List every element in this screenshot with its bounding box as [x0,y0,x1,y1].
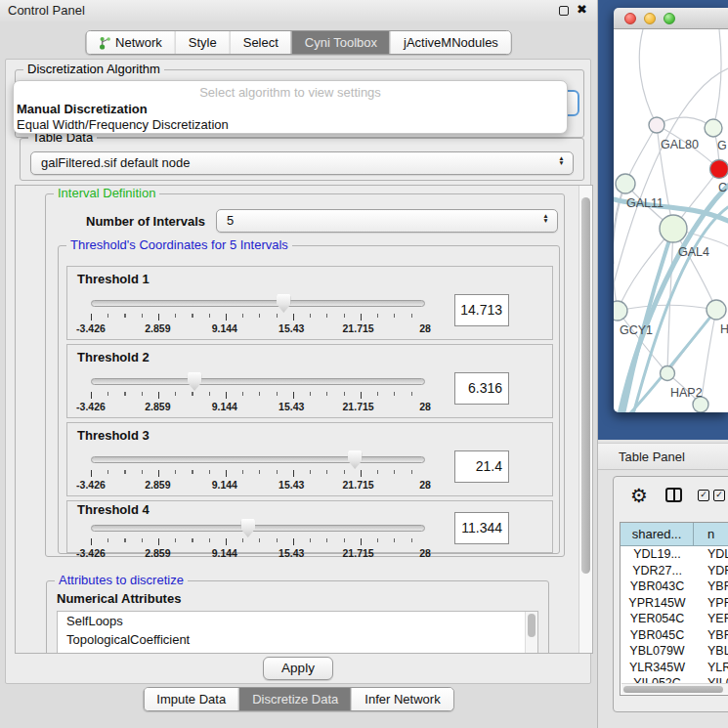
number-of-intervals-label: Number of Intervals [86,214,205,229]
node-g[interactable] [705,119,722,137]
tab-style-label: Style [189,35,217,50]
list-item-selfloops[interactable]: SelfLoops [58,612,537,630]
table-data-combobox[interactable]: galFiltered.sif default node ▲▼ [30,151,574,175]
zoom-traffic-light-icon[interactable] [664,13,675,24]
threshold-2-value-field[interactable]: 6.316 [454,372,509,405]
attributes-title: Attributes to discretize [55,573,188,587]
table-row[interactable]: YER054C YER0 [621,611,728,627]
tick-label: 21.715 [343,547,374,559]
table-row[interactable]: YDR27... YDR2 [621,563,728,579]
slider-thumb[interactable] [277,294,291,313]
numerical-attributes-label: Numerical Attributes [57,591,181,606]
settings-scrollbar[interactable] [578,186,592,653]
tab-infer-network[interactable]: Infer Network [351,688,452,710]
table-row[interactable]: YLR345W YLR3 [621,660,728,676]
algorithm-hint-option[interactable]: Select algorithm to view settings [14,85,567,102]
node-gal4[interactable] [660,215,687,242]
column-split-icon[interactable] [665,488,682,502]
tab-jactivemnodules[interactable]: jActiveMNodules [390,31,511,54]
minimize-traffic-light-icon[interactable] [644,13,656,24]
tick-label: 9.144 [212,479,237,491]
list-item-topologicalcoefficient[interactable]: TopologicalCoefficient [58,630,537,649]
node-gal11[interactable] [616,174,635,193]
apply-button[interactable]: Apply [263,657,333,680]
threshold-1-value-field[interactable]: 14.713 [454,294,509,326]
checkbox-icon[interactable]: ✓ [698,490,709,501]
node-red[interactable] [710,160,728,179]
cell: YDL19... [621,546,694,563]
discretization-algorithm-title: Discretization Algorithm [23,62,164,76]
table-header-row: shared... n [621,523,728,546]
close-icon[interactable]: ✖ [577,2,587,17]
slider-track[interactable] [91,300,425,307]
algorithm-dropdown-popup: Select algorithm to view settings Manual… [13,80,568,134]
network-view-window: GAL80 G C GAL11 GAL4 GCY1 H HAP2 [614,8,728,412]
tab-select-label: Select [243,35,278,50]
close-traffic-light-icon[interactable] [624,13,636,24]
tick-label: 21.715 [343,322,374,334]
threshold-4-value-field[interactable]: 11.344 [454,512,509,544]
attributes-group: Attributes to discretize Numerical Attri… [46,580,549,654]
tab-discretize-data[interactable]: Discretize Data [238,688,351,710]
attributes-scrollbar[interactable] [525,612,537,654]
node-gal80[interactable] [649,117,664,133]
table-row[interactable]: YPR145W YPR1 [621,595,728,612]
table-row[interactable]: YDL19... YDL1 [621,546,728,563]
tick-label: 2.859 [145,547,170,559]
threshold-3-slider[interactable]: -3.426 2.859 9.144 15.43 21.715 28 [91,454,425,492]
tab-network[interactable]: Network [86,31,175,54]
slider-thumb[interactable] [188,372,202,391]
float-window-icon[interactable] [559,6,569,16]
threshold-4-slider[interactable]: -3.426 2.859 9.144 15.43 21.715 28 [91,523,425,560]
cell: YDR2 [694,563,728,579]
node-gcy1[interactable] [614,301,627,321]
number-of-intervals-value: 5 [227,213,234,228]
slider-major-ticks [91,470,428,477]
threshold-3-value-field[interactable]: 21.4 [454,450,509,483]
option-equal-width-frequency[interactable]: Equal Width/Frequency Discretization [14,117,567,133]
threshold-4-label: Threshold 4 [77,502,150,517]
slider-thumb[interactable] [348,450,363,469]
cell: YPR1 [694,595,728,612]
threshold-1-label: Threshold 1 [77,272,150,286]
option-manual-discretization[interactable]: Manual Discretization [14,102,567,117]
node-label-g: G [717,139,727,152]
tick-label: 21.715 [343,401,374,412]
cell: YLR345W [621,660,694,676]
slider-track[interactable] [91,378,425,385]
table-horizontal-scrollbar[interactable] [621,683,728,694]
network-canvas[interactable]: GAL80 G C GAL11 GAL4 GCY1 H HAP2 [614,29,728,412]
node-hap2[interactable] [661,366,675,381]
column-header-name[interactable]: n [694,523,728,545]
combo-stepper-icon: ▲▼ [541,213,550,223]
gear-icon[interactable]: ⚙ [630,484,648,507]
tab-impute-data[interactable]: Impute Data [144,688,238,710]
table-row[interactable]: YBR045C YBR0 [621,627,728,644]
column-header-shared-name[interactable]: shared... [621,523,694,545]
number-of-intervals-combobox[interactable]: 5 ▲▼ [216,209,558,233]
slider-track[interactable] [91,456,425,463]
slider-track[interactable] [91,525,425,532]
checkbox-icon[interactable]: ✓ [713,490,725,501]
cell: YBR0 [694,578,728,595]
table-row[interactable]: YBL079W YBL0 [621,643,728,660]
table-data-value: galFiltered.sif default node [41,155,190,170]
tab-style[interactable]: Style [175,31,230,54]
threshold-2-slider[interactable]: -3.426 2.859 9.144 15.43 21.715 28 [91,376,425,413]
interval-definition-title: Interval Definition [54,186,159,200]
threshold-1-slider[interactable]: -3.426 2.859 9.144 15.43 21.715 28 [91,298,425,335]
tab-select[interactable]: Select [230,31,291,54]
screen: Control Panel ✖ Network Style Select [0,0,728,728]
threshold-3-panel: Threshold 3 -3.426 2.859 9.144 15.43 [66,422,553,496]
tick-label: 28 [419,547,431,559]
table-row[interactable]: YBR043C YBR0 [621,578,728,595]
tab-cyni-toolbox[interactable]: Cyni Toolbox [291,31,390,54]
node-label-h: H [720,322,728,336]
node-h[interactable] [707,300,726,320]
threshold-coordinates-title: Threshold's Coordinates for 5 Intervals [66,237,292,252]
table-toolbar: ⚙ ✓ ✓ [614,483,728,512]
table-panel-titlebar: Table Panel [598,443,728,470]
network-window-titlebar [614,8,728,29]
tick-label: 15.43 [278,479,304,491]
slider-thumb[interactable] [240,519,255,537]
